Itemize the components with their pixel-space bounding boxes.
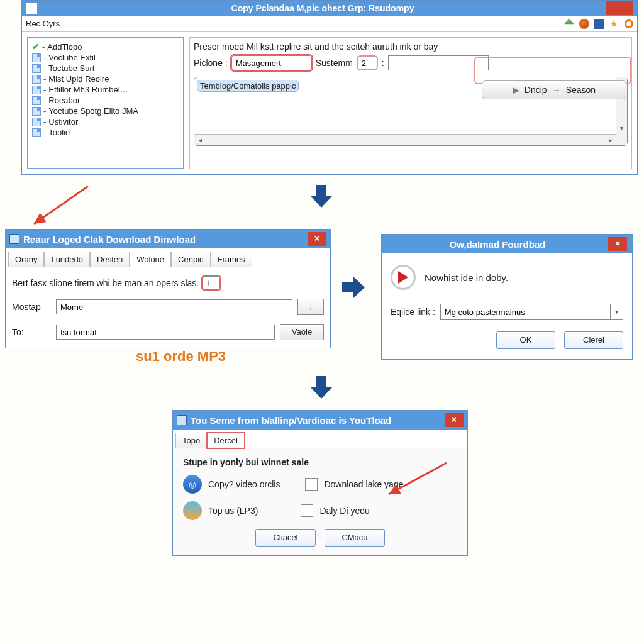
- tab-desten[interactable]: Desten: [90, 252, 130, 267]
- close-button[interactable]: ×: [608, 237, 627, 251]
- file-icon: [32, 86, 41, 94]
- sustemm-label: Sustemm: [316, 58, 353, 68]
- titlebar[interactable]: Tou Seme from b/allinp/Vardioac is YouTl…: [173, 411, 467, 430]
- tree-item-label: Ustivitor: [48, 117, 78, 126]
- equice-input[interactable]: [441, 304, 610, 319]
- file-icon: [32, 53, 41, 62]
- go-button-label-right: Season: [566, 85, 596, 95]
- go-button-label-left: Dncip: [525, 85, 547, 95]
- cliacel-button[interactable]: Cliacel: [255, 529, 316, 547]
- dncip-season-button[interactable]: ▶ Dncip → Season: [482, 80, 626, 99]
- titlebar[interactable]: Copy Pclandaa M,pic ohect Grp: Rsudompy: [22, 1, 637, 16]
- eject-icon[interactable]: [564, 19, 574, 29]
- mostap-input[interactable]: [56, 299, 292, 314]
- tree-item[interactable]: -Ustivitor: [32, 116, 179, 127]
- mostap-label: Mostap: [12, 302, 51, 312]
- tree-item[interactable]: -Toblie: [32, 127, 179, 138]
- source-tree[interactable]: ✔-AddTiopo-Voclube Extil-Toctube Surt-Mi…: [27, 37, 184, 169]
- vaole-button[interactable]: Vaole: [280, 324, 324, 340]
- tree-item[interactable]: -Voclube Extil: [32, 52, 179, 63]
- annotation-arrow-1: [25, 182, 101, 233]
- tree-item-label: Effillor Mh3 Rumbel…: [48, 85, 128, 94]
- equice-combo[interactable]: ▾: [440, 304, 623, 320]
- equice-label: Eqiice link :: [391, 307, 435, 317]
- dropdown-arrow-icon[interactable]: ▾: [610, 304, 623, 319]
- menu-rec-oyrs[interactable]: Rec Oyrs: [26, 19, 60, 28]
- system-menu-icon[interactable]: [177, 415, 187, 425]
- tree-item-label: Voclube Extil: [48, 53, 95, 62]
- window-title: Ow,daImad Fourdbad: [450, 239, 546, 250]
- close-button[interactable]: ×: [308, 232, 326, 246]
- dialog-body: Stupe in yonly bui winnet sale ◎ Copy? v…: [173, 448, 467, 555]
- section-heading: Stupe in yonly bui winnet sale: [183, 457, 457, 467]
- download-dialog: Reaur Loged Clak Download Dinwload × Ora…: [5, 229, 331, 348]
- download-checkbox[interactable]: [305, 478, 318, 491]
- tree-item[interactable]: -Toctube Surt: [32, 63, 179, 74]
- options-dialog: Tou Seme from b/allinp/Vardioac is YouTl…: [172, 410, 468, 556]
- to-label: To:: [12, 327, 51, 337]
- right-pane: Preser moed Mil kstt replire sit and the…: [189, 37, 632, 169]
- scroll-down-arrow[interactable]: ▾: [616, 123, 627, 134]
- flow-arrow-right: [342, 277, 366, 298]
- tree-item[interactable]: -Roeabor: [32, 95, 179, 106]
- sustemm-input[interactable]: [357, 55, 378, 70]
- scroll-left-arrow[interactable]: ◂: [194, 135, 206, 145]
- play-icon: [391, 265, 416, 290]
- ring-icon[interactable]: [625, 19, 633, 28]
- swirl-icon: [183, 501, 202, 520]
- list-item-selected[interactable]: Temblog/Comatolis pappic: [197, 80, 299, 92]
- message-dialog: Ow,daImad Fourdbad × Nowhist ide in doby…: [381, 234, 633, 360]
- file-icon: [32, 107, 41, 116]
- square-icon[interactable]: [594, 19, 604, 29]
- system-menu-icon[interactable]: [26, 3, 37, 14]
- opt-daly-label: Daly Di yedu: [319, 506, 369, 516]
- tab-orany[interactable]: Orany: [8, 252, 44, 267]
- sentence-input[interactable]: [203, 276, 220, 290]
- file-icon: [32, 75, 41, 84]
- arrow-down-icon: ↓: [308, 301, 313, 313]
- star-icon[interactable]: ★: [609, 19, 619, 29]
- system-menu-icon[interactable]: [9, 234, 19, 244]
- file-icon: [32, 96, 41, 105]
- tree-item-label: Toctube Surt: [48, 64, 94, 73]
- titlebar[interactable]: Reaur Loged Clak Download Dinwload ×: [6, 230, 330, 248]
- sentence-text: Bert fasx slione tirem whi be man an ope…: [12, 278, 199, 288]
- tab-lundedo[interactable]: Lundedo: [44, 252, 90, 267]
- close-button[interactable]: ×: [445, 413, 464, 427]
- tree-item-label: AddTiopo: [47, 42, 82, 52]
- instruction-text: Preser moed Mil kstt replire sit and the…: [194, 42, 628, 52]
- tree-item[interactable]: ✔-AddTiopo: [32, 41, 179, 52]
- clerel-button[interactable]: Clerel: [564, 331, 623, 349]
- tree-item[interactable]: -Yoctube Spotg Elito JMA: [32, 106, 179, 116]
- tree-item-label: Roeabor: [48, 96, 80, 105]
- play-icon: ▶: [513, 85, 519, 95]
- main-window: Copy Pclandaa M,pic ohect Grp: Rsudompy …: [21, 0, 638, 175]
- daly-checkbox[interactable]: [301, 504, 313, 517]
- tab-cenpic[interactable]: Cenpic: [171, 252, 210, 267]
- download-icon-button[interactable]: ↓: [297, 299, 324, 315]
- globe-icon[interactable]: [579, 19, 589, 29]
- tab-wolone[interactable]: Wolone: [130, 252, 171, 267]
- tree-item[interactable]: -Effillor Mh3 Rumbel…: [32, 84, 179, 95]
- tab-strip: TopoDercel: [173, 430, 467, 448]
- close-button[interactable]: [606, 1, 633, 15]
- target-icon: ◎: [183, 475, 202, 494]
- tab-topo[interactable]: Topo: [175, 433, 207, 448]
- piclone-input[interactable]: [231, 55, 312, 70]
- colon-label: :: [382, 58, 384, 68]
- tab-frames[interactable]: Frames: [211, 252, 252, 267]
- ok-button[interactable]: OK: [496, 331, 555, 349]
- dialog-body: Bert fasx slione tirem whi be man an ope…: [6, 267, 330, 348]
- tree-item[interactable]: -Mist Upid Reoire: [32, 74, 179, 84]
- file-icon: [32, 128, 41, 137]
- horizontal-scrollbar[interactable]: ◂ ▸: [194, 134, 616, 145]
- cmacu-button[interactable]: CMacu: [325, 529, 385, 547]
- arrow-right-icon: →: [552, 85, 561, 95]
- window-title: Reaur Loged Clak Download Dinwload: [23, 234, 196, 245]
- tab-dercel[interactable]: Dercel: [207, 433, 245, 448]
- blank-input[interactable]: [388, 55, 489, 70]
- dialog-body: Nowhist ide in doby. Eqiice link : ▾ OK …: [382, 253, 632, 359]
- to-input[interactable]: [56, 325, 275, 340]
- titlebar[interactable]: Ow,daImad Fourdbad ×: [382, 235, 632, 253]
- scroll-right-arrow[interactable]: ▸: [604, 135, 616, 145]
